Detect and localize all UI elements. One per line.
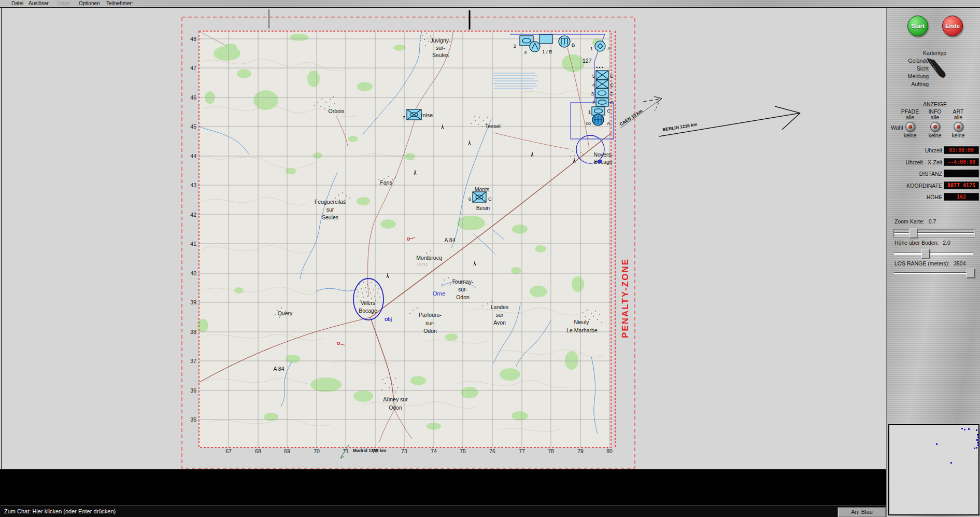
hoehe-boden-slider[interactable] (893, 249, 974, 257)
minimap-unit-dot (976, 447, 977, 449)
scale-label-madrid: Madrid 1309 km (353, 448, 386, 453)
app-window: Datei Auslöser Zeige Optionen Teilnehmer… (0, 0, 980, 517)
unit-recon-icon (595, 41, 605, 51)
los-range-label: LOS RANGE (meters):3504 (894, 260, 966, 267)
svg-text:7: 7 (403, 115, 405, 120)
start-button[interactable]: Start (907, 16, 928, 36)
x-axis-ticks: 6768 6970 7172 7374 7576 7778 7980 (225, 448, 613, 454)
svg-text:76: 76 (489, 448, 495, 454)
road-label-a84-north: A 84 (444, 237, 455, 243)
place-monts: Monts (475, 186, 490, 192)
svg-text:1: 1 (588, 109, 591, 115)
unit-armor-icon-3c (595, 89, 608, 97)
art-keine-label: keine (943, 133, 974, 138)
place-query: Query (278, 310, 293, 316)
svg-text:70: 70 (314, 448, 320, 454)
svg-text:38: 38 (190, 329, 196, 335)
menu-teilnehmer[interactable]: Teilnehmer: (106, 0, 133, 7)
minimap-unit-dot (977, 437, 979, 438)
art-alle-label: alle (943, 115, 974, 120)
svg-text:B: B (572, 42, 575, 48)
uhrzeit-value: 03:00:00 (944, 146, 979, 154)
pen-cursor-icon (926, 57, 948, 79)
unit-marker-small (598, 160, 602, 163)
menu-zeige: Zeige (57, 0, 70, 7)
svg-text:C: C (488, 196, 492, 202)
zoom-karte-label: Zoom Karte:0.7 (894, 218, 936, 225)
los-range-value: 3504 (954, 260, 965, 267)
svg-text:80: 80 (606, 448, 613, 454)
svg-text:A: A (607, 46, 611, 51)
knob-indicator-icon (957, 125, 960, 129)
river-label-orne: Orne (433, 290, 445, 297)
slider-groove (894, 253, 973, 255)
distanz-label: DISTANZ (919, 171, 942, 177)
penalty-zone-label: PENALTY-ZONE (620, 258, 630, 338)
knob-indicator-icon (933, 125, 937, 129)
minimap-unit-dot (961, 428, 963, 429)
pfade-knob[interactable] (905, 122, 915, 132)
hoehe-label: HÖHE (927, 194, 942, 200)
minimap-unit-dot (976, 429, 977, 431)
svg-text:36: 36 (190, 387, 196, 394)
svg-text:43: 43 (190, 182, 196, 188)
svg-text:42: 42 (190, 212, 196, 218)
zoom-karte-value: 0.7 (929, 218, 936, 225)
info-knob[interactable] (930, 122, 940, 132)
los-range-slider[interactable] (893, 269, 974, 277)
svg-text:73: 73 (401, 448, 407, 454)
svg-text:127: 127 (583, 58, 592, 64)
zoom-karte-slider[interactable] (893, 229, 975, 237)
svg-text:CAEN 10 km: CAEN 10 km (619, 108, 644, 127)
ende-button[interactable]: Ende (942, 16, 963, 36)
svg-text:69: 69 (284, 448, 290, 454)
tactical-map[interactable]: PENALTY-ZONE 6768 6970 7172 7374 7576 77… (2, 8, 887, 469)
uhrzeit-xzeit-value: --4:00:00 (944, 158, 979, 166)
svg-text:68: 68 (255, 448, 261, 454)
sidebar-option-meldung[interactable]: Meldung (908, 73, 929, 79)
hoehe-boden-slider-thumb[interactable] (921, 249, 930, 258)
place-fans: Fans (380, 179, 392, 186)
anzeige-title: ANZEIGE (923, 101, 947, 107)
los-range-slider-thumb[interactable] (967, 269, 975, 278)
chat-prompt[interactable]: Zum Chat: Hier klicken (oder Enter drück… (4, 508, 116, 514)
minimap-unit-dot (950, 462, 952, 464)
sidebar-option-auftrag[interactable]: Auftrag (911, 81, 929, 87)
overview-minimap[interactable] (888, 424, 979, 515)
art-knob[interactable] (954, 122, 963, 132)
distanz-value (944, 170, 979, 177)
menu-bar: Datei Auslöser Zeige Optionen Teilnehmer… (0, 0, 980, 8)
svg-text:46: 46 (190, 94, 196, 101)
svg-text:74: 74 (431, 448, 437, 454)
kartentyp-title: Kartentyp (923, 50, 946, 56)
svg-text:47: 47 (190, 65, 196, 71)
chat-recipient-button[interactable]: An: Blau (837, 507, 886, 517)
minimap-unit-dot (977, 444, 979, 446)
map-work-area: PENALTY-ZONE 6768 6970 7172 7374 7576 77… (1, 8, 887, 469)
svg-text:2: 2 (592, 100, 595, 105)
svg-text:75: 75 (460, 448, 466, 454)
svg-text:C: C (610, 73, 614, 79)
zoom-karte-slider-thumb[interactable] (909, 229, 917, 238)
uhrzeit-xzeit-label: Uhrzeit - X-Zeit (905, 159, 942, 165)
svg-text:35: 35 (190, 416, 196, 423)
objective-label: Obj (385, 317, 392, 322)
svg-text:6: 6 (468, 196, 471, 202)
menu-optionen[interactable]: Optionen (79, 0, 100, 7)
menu-datei[interactable]: Datei (11, 0, 23, 7)
bottom-black-band (0, 469, 886, 506)
minimap-unit-dot (964, 429, 965, 430)
anzeige-col-art: ART alle keine (943, 109, 974, 138)
svg-text:4: 4 (524, 49, 527, 55)
minimap-unit-dot (974, 448, 975, 449)
svg-text:1: 1 (590, 46, 593, 51)
place-montbrocq: Montbrocq (416, 255, 442, 261)
chat-bar[interactable]: Zum Chat: Hier klicken (oder Enter drück… (0, 506, 886, 517)
uhrzeit-label: Uhrzeit (925, 147, 942, 153)
berlin-arrow: BERLIN 1218 km (659, 106, 800, 136)
h213-label: H 213 (417, 262, 428, 267)
svg-text:C: C (610, 91, 614, 96)
minimap-unit-dot (976, 439, 978, 441)
menu-ausloeser[interactable]: Auslöser (29, 0, 49, 7)
hoehe-boden-label: Höhe über Boden:2.0 (894, 240, 950, 246)
